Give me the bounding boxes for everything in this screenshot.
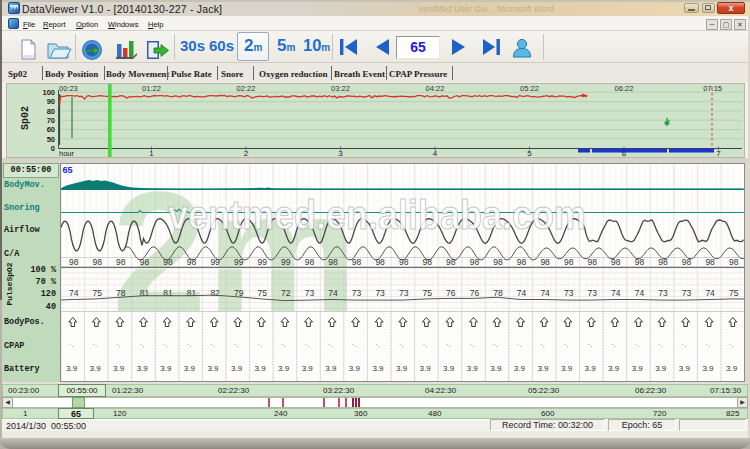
- svg-text:98: 98: [116, 257, 126, 267]
- svg-text:4: 4: [433, 149, 438, 157]
- svg-text:·.: ·.: [257, 340, 262, 349]
- svg-text:·.: ·.: [210, 340, 215, 349]
- svg-text:80: 80: [47, 107, 55, 116]
- svg-text:06:22: 06:22: [615, 84, 634, 93]
- svg-text:75: 75: [258, 288, 268, 298]
- svg-text:98: 98: [399, 257, 409, 267]
- svg-text:98: 98: [328, 257, 338, 267]
- svg-text:ventmed.en.alibaba.com: ventmed.en.alibaba.com: [168, 193, 586, 237]
- svg-text:73: 73: [352, 288, 362, 298]
- svg-text:·.: ·.: [234, 340, 239, 349]
- svg-text:75: 75: [423, 288, 433, 298]
- svg-text:98: 98: [423, 257, 433, 267]
- svg-text:3.9: 3.9: [726, 364, 738, 373]
- svg-text:3.9: 3.9: [420, 364, 432, 373]
- svg-text:98: 98: [588, 257, 598, 267]
- svg-text:73: 73: [305, 288, 315, 298]
- svg-text:01:22: 01:22: [142, 84, 161, 93]
- svg-text:90: 90: [47, 97, 55, 106]
- svg-text:3.9: 3.9: [90, 364, 102, 373]
- svg-text:75: 75: [93, 288, 103, 298]
- svg-text:·.: ·.: [375, 340, 380, 349]
- svg-text:98: 98: [564, 257, 574, 267]
- svg-text:·.: ·.: [682, 340, 687, 349]
- svg-text:3.9: 3.9: [608, 364, 620, 373]
- svg-text:·.: ·.: [470, 340, 475, 349]
- svg-text:·.: ·.: [705, 340, 710, 349]
- svg-text:50: 50: [47, 135, 55, 144]
- svg-text:3.9: 3.9: [66, 364, 78, 373]
- svg-text:·.: ·.: [140, 340, 145, 349]
- svg-text:2: 2: [244, 149, 249, 157]
- svg-text:·.: ·.: [517, 340, 522, 349]
- svg-text:·.: ·.: [446, 340, 451, 349]
- svg-text:73: 73: [682, 288, 692, 298]
- svg-text:74: 74: [69, 288, 79, 298]
- svg-text:74: 74: [705, 288, 715, 298]
- svg-text:98: 98: [729, 257, 739, 267]
- svg-text:3.9: 3.9: [137, 364, 149, 373]
- svg-text:3.9: 3.9: [702, 364, 714, 373]
- svg-text:02:22: 02:22: [237, 84, 256, 93]
- svg-text:98: 98: [611, 257, 621, 267]
- svg-text:3.9: 3.9: [255, 364, 267, 373]
- svg-text:74: 74: [635, 288, 645, 298]
- svg-text:3.9: 3.9: [302, 364, 314, 373]
- svg-text:·.: ·.: [328, 340, 333, 349]
- svg-text:3.9: 3.9: [443, 364, 455, 373]
- svg-text:3.9: 3.9: [372, 364, 384, 373]
- svg-text:05:22: 05:22: [520, 84, 539, 93]
- svg-text:3.9: 3.9: [679, 364, 691, 373]
- svg-text:·.: ·.: [587, 340, 592, 349]
- svg-text:·.: ·.: [658, 340, 663, 349]
- svg-text:81: 81: [140, 288, 150, 298]
- svg-text:3.9: 3.9: [160, 364, 172, 373]
- svg-text:2m: 2m: [112, 163, 358, 347]
- svg-text:98: 98: [140, 257, 150, 267]
- svg-text:3.9: 3.9: [514, 364, 526, 373]
- svg-text:99: 99: [234, 257, 244, 267]
- svg-text:73: 73: [375, 288, 385, 298]
- svg-text:3.9: 3.9: [467, 364, 479, 373]
- svg-text:98: 98: [705, 257, 715, 267]
- svg-text:3.9: 3.9: [325, 364, 337, 373]
- svg-text:3.9: 3.9: [585, 364, 597, 373]
- svg-text:·.: ·.: [281, 340, 286, 349]
- svg-text:1: 1: [149, 149, 154, 157]
- svg-text:98: 98: [446, 257, 456, 267]
- svg-text:76: 76: [446, 288, 456, 298]
- svg-text:3.9: 3.9: [396, 364, 408, 373]
- svg-text:76: 76: [470, 288, 480, 298]
- svg-text:75: 75: [729, 288, 739, 298]
- svg-text:98: 98: [163, 257, 173, 267]
- svg-text:98: 98: [69, 257, 79, 267]
- svg-text:99: 99: [258, 257, 268, 267]
- svg-text:7: 7: [716, 149, 721, 157]
- svg-text:3: 3: [338, 149, 343, 157]
- svg-text:·.: ·.: [187, 340, 192, 349]
- svg-text:·.: ·.: [69, 340, 74, 349]
- svg-text:81: 81: [163, 288, 173, 298]
- svg-text:3.9: 3.9: [113, 364, 125, 373]
- svg-text:74: 74: [328, 288, 338, 298]
- svg-text:3.9: 3.9: [278, 364, 290, 373]
- svg-text:81: 81: [187, 288, 197, 298]
- svg-text:3.9: 3.9: [561, 364, 573, 373]
- svg-text:74: 74: [540, 288, 550, 298]
- svg-text:3.9: 3.9: [184, 364, 196, 373]
- svg-text:3.9: 3.9: [632, 364, 644, 373]
- svg-text:98: 98: [493, 257, 503, 267]
- svg-text:07:15: 07:15: [703, 84, 722, 93]
- svg-text:98: 98: [540, 257, 550, 267]
- svg-text:98: 98: [658, 257, 668, 267]
- svg-text:03:22: 03:22: [331, 84, 350, 93]
- svg-text:98: 98: [93, 257, 103, 267]
- svg-text:·.: ·.: [163, 340, 168, 349]
- svg-text:98: 98: [305, 257, 315, 267]
- svg-text:78: 78: [493, 288, 503, 298]
- svg-text:04:22: 04:22: [426, 84, 445, 93]
- svg-text:3.9: 3.9: [207, 364, 219, 373]
- svg-text:98: 98: [187, 257, 197, 267]
- svg-text:·.: ·.: [540, 340, 545, 349]
- svg-text:60: 60: [47, 125, 55, 134]
